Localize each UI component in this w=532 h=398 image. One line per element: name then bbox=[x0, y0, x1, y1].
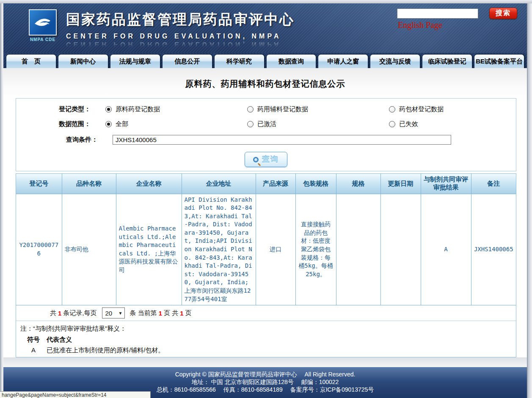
pre-footer-strip bbox=[3, 357, 527, 367]
radio-icon bbox=[105, 106, 112, 113]
cell-registration-no: Y20170000776 bbox=[16, 194, 62, 305]
radio-icon bbox=[105, 121, 112, 127]
table-row: Y20170000776 非布司他 Alembic Pharmaceutical… bbox=[16, 194, 516, 305]
radio-icon bbox=[247, 121, 254, 127]
form-row-query: 查询条件： bbox=[16, 135, 516, 145]
per-page-value: 20 bbox=[105, 310, 113, 317]
nav-tab-clinical-trial[interactable]: 临床试验登记 bbox=[422, 54, 472, 68]
logo-swoosh-icon bbox=[29, 9, 57, 36]
form-row-type: 登记类型： 原料药登记数据 药用辅料登记数据 药包材登记数据 bbox=[16, 105, 516, 113]
header-search-button[interactable]: 搜索 bbox=[489, 8, 517, 19]
col-review-result: 与制剂共同审评审批结果 bbox=[421, 174, 471, 194]
footer-address: 地址： 中国 北京市朝阳区建国路128号 邮编：100022 bbox=[3, 378, 527, 386]
radio-activated[interactable]: 已激活 bbox=[232, 120, 374, 128]
magnifier-icon bbox=[253, 157, 259, 162]
english-page-link[interactable]: English Page bbox=[398, 20, 442, 30]
per-page-select[interactable]: 20 ▼ bbox=[102, 307, 125, 318]
content-area: 原料药、药用辅料和药包材登记信息公示 登记类型： 原料药登记数据 药用辅料登记数… bbox=[3, 68, 527, 367]
radio-icon bbox=[247, 106, 254, 113]
cell-company-name: Alembic Pharmaceuticals Ltd.;Alembic Pha… bbox=[116, 194, 182, 305]
form-row-range: 数据范围： 全部 已激活 已失效 bbox=[16, 120, 516, 128]
note-symbol: A bbox=[26, 346, 41, 354]
col-update-date: 更新日期 bbox=[380, 174, 421, 194]
radio-expired[interactable]: 已失效 bbox=[374, 120, 516, 128]
nmpa-cde-logo[interactable]: NMPA CDE bbox=[28, 9, 58, 46]
query-form: 登记类型： 原料药登记数据 药用辅料登记数据 药包材登记数据 bbox=[16, 98, 516, 171]
query-button[interactable]: 查询 bbox=[245, 152, 287, 167]
nav-tab-applicant-window[interactable]: 申请人之窗 bbox=[318, 54, 368, 68]
pager-text: 条 当前第 bbox=[130, 309, 157, 317]
radio-excipient-data[interactable]: 药用辅料登记数据 bbox=[232, 105, 374, 113]
nav-tab-data-query[interactable]: 数据查询 bbox=[266, 54, 317, 68]
main-nav: 首 页 新闻中心 法规与规章 信息公开 科学研究 数据查询 申请人之窗 交流与反… bbox=[3, 53, 527, 68]
total-pages: 1 bbox=[180, 310, 183, 317]
footer-copyright: Copyright © 国家药品监督管理局药品审评中心 All Right Re… bbox=[3, 371, 527, 378]
range-options: 全部 已激活 已失效 bbox=[91, 120, 516, 128]
cell-review-result: A bbox=[421, 194, 471, 305]
type-label: 登记类型： bbox=[16, 105, 91, 113]
cell-update-date bbox=[380, 194, 421, 305]
pager-text: 共 bbox=[50, 309, 56, 317]
type-options: 原料药登记数据 药用辅料登记数据 药包材登记数据 bbox=[91, 105, 516, 113]
nav-tab-news[interactable]: 新闻中心 bbox=[58, 54, 108, 68]
page: NMPA CDE 国家药品监督管理局药品审评中心 CENTER FOR DRUG… bbox=[0, 0, 532, 398]
button-row: 查询 bbox=[16, 152, 516, 167]
radio-raw-material-data[interactable]: 原料药登记数据 bbox=[91, 105, 232, 113]
page-title: 原料药、药用辅料和药包材登记信息公示 bbox=[3, 68, 527, 90]
radio-all[interactable]: 全部 bbox=[91, 120, 232, 128]
cell-spec bbox=[336, 194, 380, 305]
col-registration-no: 登记号 bbox=[16, 174, 62, 194]
notes-title: 注：“与制剂共同审评审批结果”释义： bbox=[20, 325, 512, 333]
col-company-name: 企业名称 bbox=[116, 174, 182, 194]
brand-title-cn: 国家药品监督管理局药品审评中心 bbox=[66, 10, 295, 29]
radio-icon bbox=[389, 106, 395, 113]
cell-package-spec: 直接接触药品的药包材：低密度聚乙烯袋包装规格：每桶5kg。每桶25kg。 bbox=[295, 194, 336, 305]
col-spec: 规格 bbox=[336, 174, 380, 194]
radio-packaging-data[interactable]: 药包材登记数据 bbox=[374, 105, 516, 113]
note-row-a: A 已批准在上市制剂使用的原料/辅料/包材。 bbox=[26, 346, 512, 354]
radio-icon bbox=[389, 121, 395, 127]
chevron-down-icon: ▼ bbox=[119, 311, 123, 316]
brand-block: 国家药品监督管理局药品审评中心 CENTER FOR DRUG EVALUATI… bbox=[66, 10, 295, 48]
pager-text: 页 共 bbox=[164, 309, 178, 317]
nav-tab-research[interactable]: 科学研究 bbox=[214, 54, 265, 68]
page-edge-top bbox=[0, 0, 532, 3]
col-product-name: 品种名称 bbox=[62, 174, 116, 194]
pagination-bar: 共 1 条记录,每页 20 ▼ 条 当前第 1 页 共 1 页 bbox=[16, 305, 516, 321]
query-condition-label: 查询条件： bbox=[16, 136, 98, 144]
results-table: 登记号 品种名称 企业名称 企业地址 产品来源 包装规格 规格 更新日期 与制剂… bbox=[16, 174, 516, 305]
query-condition-input[interactable] bbox=[113, 135, 451, 145]
col-product-source: 产品来源 bbox=[256, 174, 295, 194]
table-header-row: 登记号 品种名称 企业名称 企业地址 产品来源 包装规格 规格 更新日期 与制剂… bbox=[16, 174, 516, 194]
nav-tab-regulations[interactable]: 法规与规章 bbox=[110, 54, 160, 68]
site-header: NMPA CDE 国家药品监督管理局药品审评中心 CENTER FOR DRUG… bbox=[3, 3, 527, 53]
note-meaning: 已批准在上市制剂使用的原料/辅料/包材。 bbox=[47, 346, 164, 354]
page-edge-right bbox=[527, 0, 532, 398]
cell-remark: JXHS1400065 bbox=[471, 194, 516, 305]
pager-text: 页 bbox=[185, 309, 192, 317]
cell-product-source: 进口 bbox=[256, 194, 295, 305]
cell-product-name: 非布司他 bbox=[62, 194, 116, 305]
col-remark: 备注 bbox=[471, 174, 516, 194]
brand-title-en-reflection: CENTER FOR DRUG EVALUATION, NMPA bbox=[66, 41, 295, 48]
page-edge-left bbox=[0, 0, 3, 398]
notes-col-meaning: 代表含义 bbox=[47, 336, 72, 344]
logo-caption: NMPA CDE bbox=[28, 37, 58, 42]
total-records: 1 bbox=[58, 310, 61, 317]
nav-tab-info-disclosure[interactable]: 信息公开 bbox=[162, 54, 212, 68]
result-box: 登记号 品种名称 企业名称 企业地址 产品来源 包装规格 规格 更新日期 与制剂… bbox=[16, 173, 516, 357]
range-label: 数据范围： bbox=[16, 120, 91, 128]
nav-tab-feedback[interactable]: 交流与反馈 bbox=[370, 54, 420, 68]
col-package-spec: 包装规格 bbox=[295, 174, 336, 194]
brand-title-en: CENTER FOR DRUG EVALUATION, NMPA bbox=[66, 33, 295, 40]
notes-col-symbol: 符号 bbox=[26, 336, 41, 344]
nav-tab-be-platform[interactable]: BE试验备案平台 bbox=[474, 54, 524, 68]
notes-header-row: 符号 代表含义 bbox=[26, 336, 512, 344]
col-company-address: 企业地址 bbox=[182, 174, 256, 194]
browser-status-tooltip: hangePage&pageName=subject&frameStr=14 bbox=[0, 391, 151, 398]
cell-company-address: API Division Karakhadi Plot No. 842-843,… bbox=[182, 194, 256, 305]
current-page: 1 bbox=[159, 310, 162, 317]
nav-tab-home[interactable]: 首 页 bbox=[6, 54, 56, 68]
header-search-input[interactable] bbox=[397, 8, 478, 19]
pager-text: 条记录,每页 bbox=[63, 309, 96, 317]
